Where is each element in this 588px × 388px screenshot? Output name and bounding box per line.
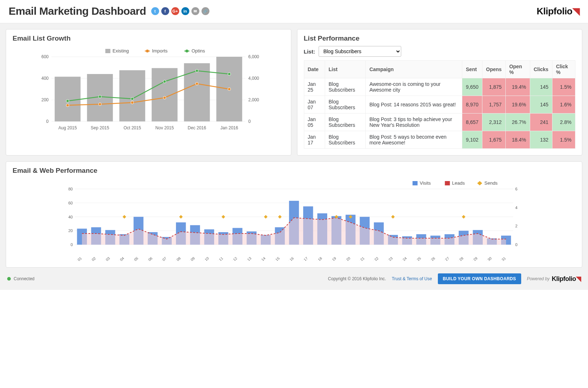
cell-open_pct: 19.4% xyxy=(505,78,530,96)
svg-text:Jan 31: Jan 31 xyxy=(496,256,506,261)
svg-point-42 xyxy=(185,50,188,52)
svg-point-21 xyxy=(163,96,166,99)
svg-text:Jan 11: Jan 11 xyxy=(213,256,224,261)
cell-campaign: Blog Post: 5 ways to become even more Aw… xyxy=(366,131,462,149)
svg-point-29 xyxy=(228,73,231,75)
svg-text:Jan 22: Jan 22 xyxy=(369,256,379,261)
table-header: Clicks xyxy=(530,61,552,78)
cell-sent: 8,970 xyxy=(462,96,482,114)
cell-click_pct: 1.5% xyxy=(552,131,575,149)
svg-rect-120 xyxy=(413,181,418,185)
svg-text:Dec 2016: Dec 2016 xyxy=(188,125,207,130)
svg-text:Jan 08: Jan 08 xyxy=(171,256,181,261)
terms-link[interactable]: Trust & Terms of Use xyxy=(392,276,432,281)
svg-text:Sep 2015: Sep 2015 xyxy=(91,125,110,130)
svg-text:4,000: 4,000 xyxy=(248,76,259,81)
cell-opens: 1,757 xyxy=(482,96,506,114)
connection-status: Connected xyxy=(7,276,34,281)
svg-text:Jan 21: Jan 21 xyxy=(354,256,365,261)
cell-sent: 9,650 xyxy=(462,78,482,96)
svg-text:Jan 09: Jan 09 xyxy=(185,256,195,261)
cell-sent: 8,657 xyxy=(462,114,482,131)
svg-text:Leads: Leads xyxy=(452,180,465,186)
cell-list: Blog Subscribers xyxy=(325,78,366,96)
svg-text:Jan 2016: Jan 2016 xyxy=(221,125,239,130)
table-row: Jan 05Blog SubscribersBlog Post: 3 tips … xyxy=(304,114,575,131)
link-icon[interactable]: 🔗 xyxy=(202,7,209,15)
svg-text:Jan 04: Jan 04 xyxy=(114,256,125,261)
svg-text:Jan 19: Jan 19 xyxy=(326,256,337,261)
svg-point-24 xyxy=(66,100,69,102)
table-row: Jan 17Blog SubscribersBlog Post: 5 ways … xyxy=(304,131,575,149)
cell-list: Blog Subscribers xyxy=(325,131,366,149)
svg-text:Jan 02: Jan 02 xyxy=(86,256,97,261)
cell-date: Jan 25 xyxy=(304,78,325,96)
svg-text:Jan 30: Jan 30 xyxy=(482,256,492,261)
footer: Connected Copyright © 2016 Klipfolio Inc… xyxy=(0,270,588,290)
svg-text:Jan 16: Jan 16 xyxy=(284,256,295,261)
svg-text:20: 20 xyxy=(68,228,73,233)
list-label: List: xyxy=(304,48,315,55)
svg-text:Jan 06: Jan 06 xyxy=(142,256,153,261)
svg-text:Jan 20: Jan 20 xyxy=(340,256,351,261)
email-icon[interactable]: ✉ xyxy=(191,7,199,15)
copyright-text: Copyright © 2016 Klipfolio Inc. xyxy=(328,276,386,281)
cell-opens: 1,675 xyxy=(482,131,506,149)
svg-text:0: 0 xyxy=(70,242,73,247)
cell-click_pct: 1.6% xyxy=(552,96,575,114)
status-dot-icon xyxy=(7,277,11,281)
svg-text:Jan 25: Jan 25 xyxy=(411,256,422,261)
svg-point-28 xyxy=(195,69,198,72)
svg-text:6,000: 6,000 xyxy=(248,54,259,59)
svg-text:Jan 24: Jan 24 xyxy=(397,256,408,261)
cell-campaign: Awesome-con is coming to your Awesome ci… xyxy=(366,78,462,96)
brand-logo: Klipfolio◥ xyxy=(537,6,579,17)
card-title: Email List Growth xyxy=(13,34,284,42)
svg-point-23 xyxy=(228,88,231,91)
table-header: Click % xyxy=(552,61,575,78)
svg-rect-15 xyxy=(152,68,177,122)
svg-text:Jan 26: Jan 26 xyxy=(425,256,436,261)
svg-text:6: 6 xyxy=(515,187,518,191)
svg-rect-12 xyxy=(55,77,80,122)
cell-clicks: 132 xyxy=(530,131,552,149)
svg-text:Jan 27: Jan 27 xyxy=(439,256,450,261)
svg-text:0: 0 xyxy=(46,119,49,124)
cell-click_pct: 1.5% xyxy=(552,78,575,96)
cell-list: Blog Subscribers xyxy=(325,114,366,131)
cell-open_pct: 18.4% xyxy=(505,131,530,149)
table-header: Campaign xyxy=(366,61,462,78)
svg-text:Jan 18: Jan 18 xyxy=(312,256,323,261)
facebook-icon[interactable]: f xyxy=(161,7,169,15)
svg-text:0: 0 xyxy=(248,119,251,124)
cell-open_pct: 26.7% xyxy=(505,114,530,131)
cell-date: Jan 07 xyxy=(304,96,325,114)
svg-point-26 xyxy=(131,97,134,100)
growth-chart: 020040060002,0004,0006,000Aug 2015Sep 20… xyxy=(13,46,284,132)
cell-clicks: 145 xyxy=(530,96,552,114)
cell-date: Jan 17 xyxy=(304,131,325,149)
table-row: Jan 25Blog SubscribersAwesome-con is com… xyxy=(304,78,575,96)
cell-opens: 1,875 xyxy=(482,78,506,96)
card-email-list-growth: Email List Growth 020040060002,0004,0006… xyxy=(6,29,291,156)
build-dashboards-button[interactable]: BUILD YOUR OWN DASHBOARDS xyxy=(438,273,521,284)
card-title: Email & Web Performance xyxy=(13,167,575,175)
googleplus-icon[interactable]: G+ xyxy=(171,7,179,15)
table-header: List xyxy=(325,61,366,78)
page-title: Email Marketing Dashboard xyxy=(9,5,146,17)
svg-text:Optins: Optins xyxy=(191,48,205,54)
svg-text:0: 0 xyxy=(515,242,518,247)
svg-text:200: 200 xyxy=(41,97,48,102)
svg-text:400: 400 xyxy=(41,76,48,81)
twitter-icon[interactable]: t xyxy=(151,7,159,15)
svg-text:Jan 17: Jan 17 xyxy=(298,256,309,261)
svg-text:Jan 28: Jan 28 xyxy=(453,256,464,261)
cell-open_pct: 19.6% xyxy=(505,96,530,114)
list-select[interactable]: Blog Subscribers xyxy=(319,46,401,57)
table-header: Sent xyxy=(462,61,482,78)
linkedin-icon[interactable]: in xyxy=(181,7,189,15)
svg-text:600: 600 xyxy=(41,54,48,59)
svg-text:Jan 23: Jan 23 xyxy=(383,256,393,261)
svg-text:Jan 13: Jan 13 xyxy=(241,256,252,261)
table-header: Opens xyxy=(482,61,506,78)
